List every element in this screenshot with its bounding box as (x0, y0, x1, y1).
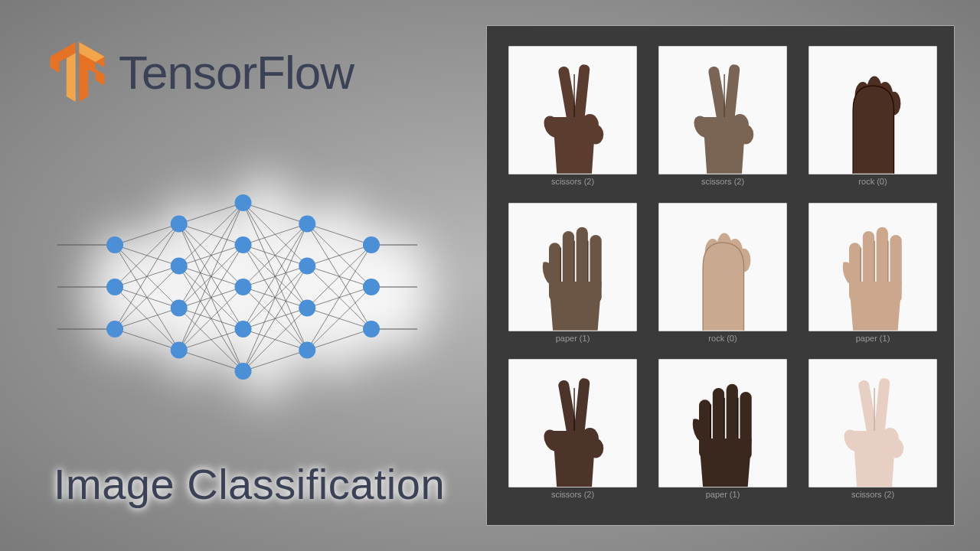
svg-point-75 (106, 279, 123, 295)
svg-point-92 (363, 321, 380, 337)
svg-line-42 (243, 203, 308, 224)
svg-line-39 (179, 287, 243, 350)
nn-svg (42, 161, 433, 413)
svg-line-50 (243, 224, 308, 288)
svg-point-97 (588, 125, 603, 144)
svg-point-91 (363, 279, 380, 295)
svg-line-38 (179, 245, 243, 350)
svg-line-71 (307, 245, 371, 350)
thumbnail-caption: scissors (2) (701, 177, 744, 186)
brand-name: TensorFlow (119, 45, 354, 99)
svg-line-18 (115, 224, 179, 330)
svg-point-85 (235, 363, 252, 380)
svg-line-41 (179, 350, 243, 372)
svg-point-82 (235, 236, 252, 253)
svg-line-21 (115, 329, 179, 350)
hand-thumbnail (658, 359, 787, 487)
svg-line-10 (115, 224, 179, 246)
svg-point-80 (171, 342, 188, 359)
grid-cell: paper (1) (658, 359, 787, 505)
thumbnail-caption: rock (0) (858, 177, 887, 186)
thumbnail-caption: paper (1) (706, 490, 740, 499)
thumbnail-caption: scissors (2) (851, 490, 894, 499)
thumbnail-caption: scissors (2) (551, 490, 594, 499)
svg-line-32 (179, 203, 243, 308)
hand-thumbnail (658, 46, 787, 174)
grid-cell: scissors (2) (658, 46, 787, 192)
grid-cell: scissors (2) (508, 46, 637, 192)
svg-point-83 (235, 279, 252, 295)
hand-thumbnail (808, 203, 937, 331)
neural-network-diagram (42, 161, 433, 413)
subtitle: Image Classification (54, 459, 445, 509)
logo-row: TensorFlow (50, 42, 354, 102)
grid-cell: rock (0) (808, 46, 937, 192)
svg-point-88 (299, 300, 315, 317)
svg-point-84 (235, 321, 252, 337)
tensorflow-logo-icon (50, 42, 105, 102)
hand-thumbnail (508, 46, 637, 174)
svg-line-27 (179, 203, 243, 266)
svg-line-68 (307, 245, 371, 308)
svg-line-62 (307, 224, 371, 246)
svg-line-59 (243, 266, 308, 372)
svg-point-76 (106, 321, 123, 337)
hand-thumbnail (508, 203, 637, 331)
thumbnail-caption: paper (1) (856, 334, 890, 343)
svg-line-58 (243, 224, 308, 372)
svg-point-86 (299, 216, 315, 233)
left-section: TensorFlow Image Classification (0, 0, 475, 551)
svg-line-20 (115, 308, 179, 330)
svg-line-22 (179, 203, 243, 224)
svg-line-40 (179, 329, 243, 350)
thumbnail-caption: paper (1) (556, 334, 590, 343)
grid-cell: scissors (2) (508, 359, 637, 505)
svg-point-79 (171, 300, 188, 317)
svg-line-60 (243, 308, 308, 372)
svg-line-14 (115, 224, 179, 288)
grid-cell: paper (1) (508, 203, 637, 349)
svg-point-74 (106, 236, 123, 253)
thumbnail-caption: rock (0) (708, 334, 737, 343)
grid-cell: scissors (2) (808, 359, 937, 505)
hand-thumbnail (508, 359, 637, 487)
grid-cell: paper (1) (808, 203, 937, 349)
svg-point-77 (171, 216, 188, 233)
svg-point-78 (171, 258, 188, 275)
hand-thumbnail (808, 46, 937, 174)
svg-point-131 (588, 439, 603, 458)
svg-point-87 (299, 258, 315, 275)
svg-point-81 (235, 194, 252, 211)
svg-line-46 (243, 224, 308, 246)
hand-thumbnail (658, 203, 787, 331)
svg-point-90 (363, 236, 380, 253)
svg-line-72 (307, 287, 371, 350)
svg-point-103 (738, 125, 753, 144)
thumbnail-caption: scissors (2) (551, 177, 594, 186)
svg-line-73 (307, 329, 371, 350)
svg-line-54 (243, 224, 308, 330)
svg-line-19 (115, 266, 179, 330)
svg-point-89 (299, 342, 315, 359)
svg-point-144 (888, 439, 903, 458)
grid-cell: rock (0) (658, 203, 787, 349)
svg-line-61 (243, 350, 308, 372)
svg-line-65 (307, 245, 371, 266)
classification-grid: scissors (2) scissors (2) rock (0) paper… (486, 25, 955, 526)
svg-line-37 (179, 203, 243, 350)
hand-thumbnail (808, 359, 937, 487)
